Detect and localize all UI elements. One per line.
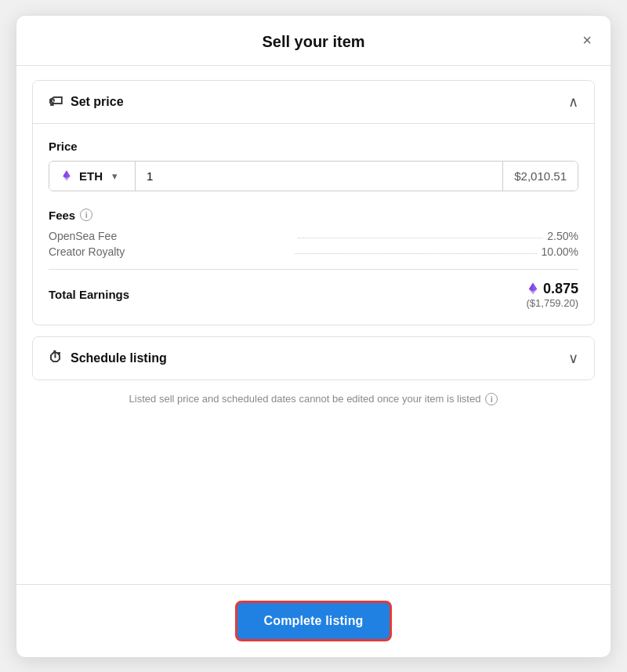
modal-title: Sell your item (262, 33, 364, 51)
set-price-header-left: 🏷 Set price (49, 93, 124, 110)
eth-logo-icon (60, 169, 73, 182)
total-earnings-value: 0.875 ($1,759.20) (526, 281, 578, 309)
royalty-fee-label: Creator Royalty (49, 245, 290, 258)
fees-title: Fees (49, 209, 75, 222)
currency-label: ETH (79, 169, 103, 183)
close-button[interactable]: × (582, 32, 592, 48)
set-price-chevron: ∧ (568, 93, 578, 111)
total-usd-value: ($1,759.20) (527, 297, 579, 309)
schedule-section: ⏱ Schedule listing ∨ (32, 336, 595, 380)
price-input[interactable] (136, 162, 502, 191)
opensea-fee-dots (298, 238, 542, 238)
clock-icon: ⏱ (49, 350, 63, 366)
opensea-fee-value: 2.50% (547, 230, 578, 242)
notice-info-icon[interactable]: i (485, 393, 498, 405)
opensea-fee-row: OpenSea Fee 2.50% (49, 230, 578, 242)
royalty-fee-row: Creator Royalty 10.00% (49, 245, 578, 258)
fees-title-row: Fees i (49, 209, 578, 222)
complete-listing-button[interactable]: Complete listing (235, 601, 392, 641)
total-eth-value: 0.875 (543, 281, 578, 297)
total-earnings-row: Total Earnings 0.875 ($1,759.20) (49, 281, 578, 309)
svg-marker-6 (533, 283, 537, 292)
schedule-label: Schedule listing (71, 351, 167, 365)
fees-section: Fees i OpenSea Fee 2.50% Creator Royalty… (49, 209, 578, 258)
price-usd-value: $2,010.51 (502, 162, 578, 191)
tag-icon: 🏷 (49, 93, 63, 110)
schedule-header[interactable]: ⏱ Schedule listing ∨ (33, 337, 594, 380)
fees-info-icon[interactable]: i (80, 209, 92, 221)
royalty-fee-value: 10.00% (542, 245, 578, 258)
notice-bar: Listed sell price and scheduled dates ca… (32, 393, 595, 405)
svg-marker-7 (529, 283, 533, 292)
modal-header: Sell your item × (16, 16, 611, 66)
total-eth-row: 0.875 (526, 281, 578, 297)
royalty-fee-dots (295, 253, 536, 254)
opensea-fee-label: OpenSea Fee (49, 230, 293, 242)
currency-selector[interactable]: ETH ▾ (49, 162, 136, 191)
price-input-row: ETH ▾ $2,010.51 (49, 161, 578, 191)
total-earnings-label: Total Earnings (49, 288, 129, 301)
modal-container: Sell your item × 🏷 Set price ∧ Price (16, 15, 611, 658)
schedule-chevron: ∨ (568, 350, 578, 367)
svg-marker-2 (67, 170, 71, 178)
fees-divider (49, 269, 578, 270)
set-price-header[interactable]: 🏷 Set price ∧ (33, 81, 594, 123)
currency-dropdown-arrow: ▾ (112, 170, 118, 182)
svg-marker-3 (63, 170, 67, 178)
set-price-content: Price ETH ▾ $2,010.51 (33, 123, 594, 325)
set-price-label: Set price (71, 95, 124, 109)
set-price-section: 🏷 Set price ∧ Price ET (32, 80, 595, 325)
price-label: Price (49, 140, 578, 153)
modal-body: 🏷 Set price ∧ Price ET (16, 66, 611, 584)
total-eth-icon (526, 282, 540, 296)
schedule-header-left: ⏱ Schedule listing (49, 350, 167, 366)
modal-footer: Complete listing (16, 584, 611, 657)
notice-text: Listed sell price and scheduled dates ca… (129, 393, 481, 405)
